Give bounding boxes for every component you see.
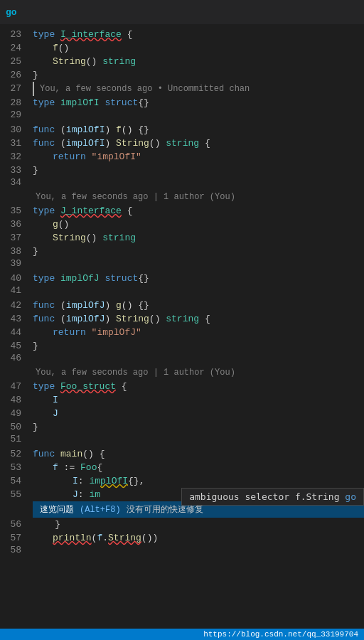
line-number: 58: [0, 545, 33, 555]
code-token: implOfI: [66, 124, 105, 135]
code-line: 47type Foo_struct {: [0, 380, 364, 393]
code-token: func: [33, 300, 60, 311]
code-token: func: [33, 124, 60, 135]
line-content: func (implOfI) f() {}: [33, 123, 358, 137]
line-number: 56: [0, 519, 33, 530]
line-number: 47: [0, 381, 33, 392]
line-number: 45: [0, 341, 33, 351]
code-line: 28type implOfI struct{}: [0, 96, 364, 110]
code-token: implOfJ: [60, 273, 100, 284]
line-content: type I_interface {: [33, 28, 358, 41]
code-token: ): [105, 300, 116, 311]
code-token: {}: [138, 273, 149, 284]
line-content: type J_interface {: [33, 204, 358, 218]
code-line: 38}: [0, 245, 364, 258]
code-token: I: [73, 476, 78, 486]
line-number: 37: [0, 233, 33, 243]
code-token: "implOfI": [92, 151, 141, 162]
code-line: 58: [0, 545, 364, 558]
code-token: () {}: [122, 124, 149, 135]
code-token: struct: [105, 273, 138, 284]
blame-text: You, a few seconds ago | 1 author (You): [33, 191, 358, 204]
code-token: implOfI: [66, 138, 105, 149]
code-line: 51: [0, 434, 364, 447]
code-token: f: [53, 462, 58, 473]
line-content: func (implOfJ) String() string {: [33, 312, 358, 326]
line-number: 46: [0, 353, 33, 363]
line-content: }: [33, 68, 358, 82]
code-token: ): [105, 124, 116, 135]
line-content: f(): [33, 41, 358, 55]
code-token: {: [97, 462, 102, 473]
code-token: {: [122, 206, 133, 216]
error-message: ambiguous selector f.String: [189, 491, 345, 502]
code-token: func: [33, 138, 60, 149]
code-line: 27You, a few seconds ago • Uncommitted c…: [0, 82, 364, 96]
code-token: g: [116, 300, 122, 311]
code-line: 45}: [0, 339, 364, 353]
code-token: :: [78, 489, 90, 500]
code-token: {: [199, 314, 210, 324]
line-number: 40: [0, 273, 33, 284]
code-token: {}: [138, 97, 149, 108]
code-token: }: [33, 519, 60, 530]
code-line: 48I: [0, 393, 364, 407]
code-token: :=: [58, 462, 80, 473]
code-line: 25String() string: [0, 55, 364, 68]
code-token: }: [33, 165, 38, 176]
line-number: 51: [0, 434, 33, 444]
line-content: g(): [33, 218, 358, 231]
code-token: String: [116, 138, 149, 149]
code-token: f: [116, 124, 122, 135]
code-token: () {}: [122, 300, 149, 311]
line-number: 30: [0, 124, 33, 135]
line-number: 41: [0, 285, 33, 296]
code-token: (: [60, 124, 66, 135]
blame-inline-text: You, a few seconds ago • Uncommitted cha…: [37, 84, 250, 94]
code-token: .: [102, 533, 108, 543]
code-token: String: [53, 56, 86, 67]
code-token: return: [53, 151, 92, 162]
line-number: 49: [0, 408, 33, 419]
code-line: 42func (implOfJ) g() {}: [0, 299, 364, 312]
code-token: }: [33, 246, 38, 257]
line-number: 42: [0, 300, 33, 311]
code-token: (: [60, 314, 66, 324]
code-token: (): [58, 43, 70, 53]
line-content: func main() {: [33, 447, 358, 461]
code-token: implOfJ: [66, 314, 105, 324]
code-token: struct: [105, 97, 138, 108]
code-token: }: [33, 70, 38, 80]
code-line: 40type implOfJ struct{}: [0, 272, 364, 285]
code-token: g: [53, 219, 58, 230]
code-token: plOfI: [100, 476, 128, 486]
code-line: 31func (implOfI) String() string {: [0, 137, 364, 150]
code-token: () {: [82, 449, 105, 459]
code-token: :: [78, 476, 90, 486]
quickfix-shortcut: (Alt+F8): [80, 505, 121, 515]
tab-bar: go: [0, 0, 364, 25]
line-content: }: [33, 420, 358, 434]
code-token: {: [116, 381, 127, 392]
code-line: 43func (implOfJ) String() string {: [0, 312, 364, 326]
line-number: 43: [0, 314, 33, 324]
code-line: 37String() string: [0, 231, 364, 245]
code-line: 52func main() {: [0, 447, 364, 461]
line-content: }: [33, 245, 358, 258]
code-line: 54I: implOfI{},: [0, 474, 364, 488]
code-line: 35type J_interface {: [0, 204, 364, 218]
line-number: 31: [0, 138, 33, 149]
code-token: main: [60, 449, 82, 459]
code-token: J: [53, 408, 58, 419]
code-token: type: [33, 381, 60, 392]
line-number: 33: [0, 165, 33, 176]
line-content: return "implOfJ": [33, 326, 358, 339]
code-token: (): [86, 233, 102, 243]
line-number: 29: [0, 110, 33, 120]
code-line: 33}: [0, 164, 364, 177]
code-line: 49J: [0, 407, 364, 420]
go-icon: go: [6, 7, 17, 18]
quickfix-label: 速览问题: [40, 503, 74, 516]
code-token: type: [33, 97, 60, 108]
code-line: 34: [0, 177, 364, 191]
